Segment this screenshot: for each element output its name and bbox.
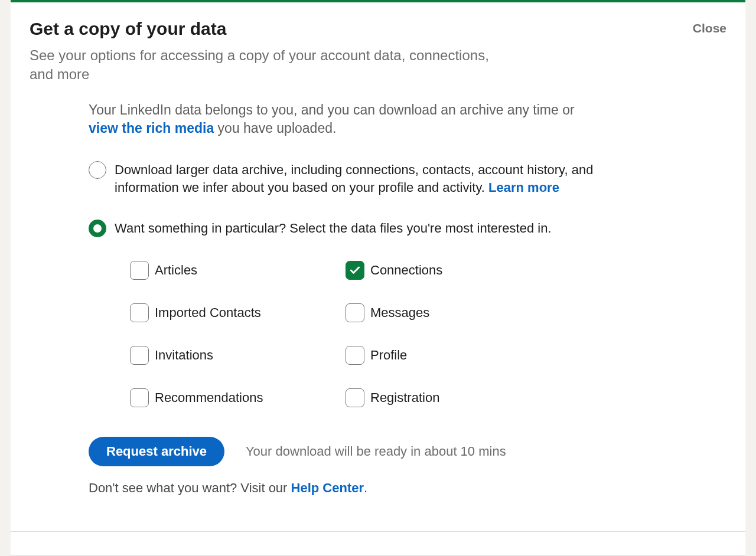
help-row: Don't see what you want? Visit our Help … [89,480,597,496]
checkbox-item-connections: Connections [346,261,537,280]
checkbox-registration[interactable] [346,388,364,407]
help-prefix: Don't see what you want? Visit our [89,480,291,495]
help-center-link[interactable]: Help Center [291,480,364,495]
checkbox-label: Articles [155,263,197,278]
checkbox-connections[interactable] [346,261,364,280]
checkbox-label: Profile [370,348,407,363]
checkbox-item-messages: Messages [346,303,537,322]
checkbox-item-invitations: Invitations [130,346,322,365]
radio-specific[interactable] [89,220,106,237]
ready-text: Your download will be ready in about 10 … [246,444,506,459]
close-button[interactable]: Close [693,21,726,35]
action-row: Request archive Your download will be re… [89,437,597,466]
option-large-text: Download larger data archive, including … [115,161,597,196]
intro-text: Your LinkedIn data belongs to you, and y… [89,101,597,138]
help-suffix: . [364,480,367,495]
divider [11,531,745,532]
checkbox-profile[interactable] [346,346,364,365]
checkbox-label: Connections [370,263,442,278]
checkbox-label: Messages [370,305,429,320]
checkbox-messages[interactable] [346,303,364,322]
learn-more-link[interactable]: Learn more [488,180,559,195]
intro-prefix: Your LinkedIn data belongs to you, and y… [89,102,575,117]
checkbox-label: Imported Contacts [155,305,261,320]
radio-large-archive[interactable] [89,161,106,179]
checkbox-item-recommendations: Recommendations [130,388,322,407]
checkbox-articles[interactable] [130,261,149,280]
checkbox-item-articles: Articles [130,261,322,280]
checkbox-grid: Articles Connections Imported Contacts [89,261,537,407]
data-export-card: Close Get a copy of your data See your o… [11,0,745,556]
intro-suffix: you have uploaded. [214,120,336,136]
checkbox-label: Invitations [155,348,213,363]
page-title: Get a copy of your data [30,19,726,39]
view-rich-media-link[interactable]: view the rich media [89,120,214,136]
checkbox-item-registration: Registration [346,388,537,407]
checkbox-label: Registration [370,390,439,405]
checkbox-item-imported-contacts: Imported Contacts [130,303,322,322]
checkbox-label: Recommendations [155,390,263,405]
option-large-archive: Download larger data archive, including … [89,161,597,196]
checkbox-imported-contacts[interactable] [130,303,149,322]
page-subtitle: See your options for accessing a copy of… [30,46,514,84]
request-archive-button[interactable]: Request archive [89,437,224,466]
checkbox-invitations[interactable] [130,346,149,365]
option-specific-text: Want something in particular? Select the… [115,220,552,237]
option-specific: Want something in particular? Select the… [89,220,597,237]
check-icon [349,264,361,276]
checkbox-recommendations[interactable] [130,388,149,407]
checkbox-item-profile: Profile [346,346,537,365]
